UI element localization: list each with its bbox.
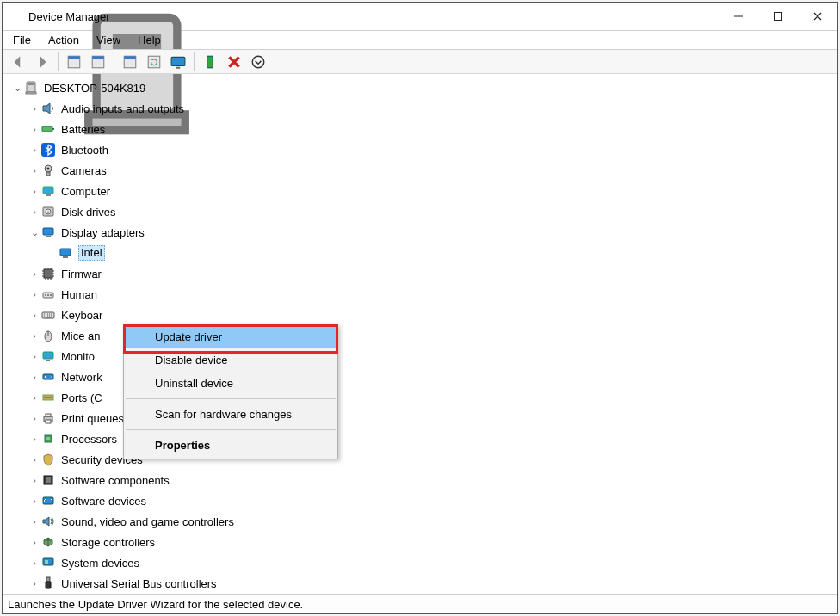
category-label: Disk drives [61, 206, 116, 219]
toolbar-separator [194, 52, 195, 71]
tree-category-row[interactable]: ›Universal Serial Bus controllers [8, 573, 832, 594]
category-label: Sound, video and game controllers [61, 515, 234, 528]
close-button[interactable] [798, 3, 837, 30]
tree-category-row[interactable]: ›Keyboar [8, 305, 832, 325]
expand-arrow-icon[interactable]: › [28, 103, 40, 114]
mouse-icon [40, 328, 56, 343]
expand-arrow-icon[interactable]: › [28, 268, 40, 279]
statusbar: Launches the Update Driver Wizard for th… [3, 594, 837, 613]
toolbar-forward-button[interactable] [30, 52, 54, 72]
expand-arrow-icon[interactable]: › [28, 310, 40, 320]
expand-arrow-icon[interactable]: › [28, 165, 40, 176]
device-tree[interactable]: ⌄ DESKTOP-504K819 ›Audio inputs and outp… [3, 74, 837, 594]
toolbar-action-button[interactable] [142, 52, 166, 72]
softdev-icon [40, 493, 56, 508]
menu-action[interactable]: Action [41, 32, 86, 48]
camera-icon [40, 163, 56, 178]
context-menu-properties[interactable]: Properties [124, 434, 337, 457]
titlebar: Device Manager [3, 3, 837, 31]
toolbar-update-driver-button[interactable] [198, 52, 222, 72]
toolbar-disable-button[interactable] [246, 52, 270, 72]
expand-arrow-icon[interactable]: › [28, 330, 40, 341]
category-label: Processors [61, 433, 117, 446]
expand-arrow-icon[interactable]: › [28, 557, 40, 568]
menu-file[interactable]: File [6, 32, 38, 48]
expand-arrow-icon[interactable]: ⌄ [11, 83, 23, 94]
expand-arrow-icon[interactable]: › [28, 392, 40, 403]
computer-icon [40, 183, 56, 199]
usb-icon [40, 576, 56, 591]
context-menu: Update driver Disable device Uninstall d… [123, 324, 338, 459]
tree-category-row[interactable]: ›Software devices [8, 490, 832, 511]
toolbar-help-button[interactable] [118, 52, 142, 72]
expand-arrow-icon[interactable]: › [28, 351, 40, 361]
expand-arrow-icon[interactable]: › [28, 206, 40, 217]
network-icon [40, 369, 56, 385]
category-label: Keyboar [61, 309, 102, 322]
tree-device-row[interactable]: ›Intel [8, 243, 832, 263]
expand-arrow-icon[interactable]: › [28, 496, 40, 506]
tree-category-row[interactable]: ›Batteries [8, 119, 832, 139]
toolbar-uninstall-button[interactable] [222, 52, 246, 72]
toolbar-scan-button[interactable] [166, 52, 190, 72]
uninstall-icon [226, 54, 242, 70]
category-label: Human [61, 288, 97, 301]
category-label: Software devices [61, 495, 146, 508]
context-menu-disable-device[interactable]: Disable device [124, 348, 337, 372]
battery-icon [40, 121, 56, 137]
toolbar [3, 50, 837, 74]
expand-arrow-icon[interactable]: › [28, 578, 40, 588]
tree-category-row[interactable]: ›Software components [8, 470, 832, 490]
expand-arrow-icon[interactable]: › [28, 145, 40, 155]
toolbar-properties-button[interactable] [86, 52, 110, 72]
context-menu-update-driver[interactable]: Update driver [124, 325, 337, 348]
context-menu-scan[interactable]: Scan for hardware changes [124, 403, 337, 426]
help-pane-icon [122, 54, 138, 70]
speaker-icon [40, 101, 56, 116]
toolbar-separator [58, 52, 59, 71]
expand-arrow-icon[interactable]: › [28, 454, 40, 465]
tree-category-row[interactable]: ›Storage controllers [8, 532, 832, 552]
tree-category-row[interactable]: ›Firmwar [8, 263, 832, 284]
disable-icon [250, 54, 266, 70]
display-icon [40, 225, 56, 240]
expand-arrow-icon[interactable]: › [28, 434, 40, 444]
cpu-icon [40, 431, 56, 447]
tree-category-row[interactable]: ›Bluetooth [8, 139, 832, 160]
tree-category-row[interactable]: ›Human [8, 284, 832, 305]
minimize-button[interactable] [719, 3, 758, 30]
expand-arrow-icon[interactable]: › [28, 537, 40, 547]
toolbar-show-hide-tree-button[interactable] [62, 52, 86, 72]
tree-category-row[interactable]: ⌄Display adapters [8, 222, 832, 243]
expand-arrow-icon[interactable]: › [28, 289, 40, 299]
context-menu-uninstall-device[interactable]: Uninstall device [124, 372, 337, 395]
menu-view[interactable]: View [90, 32, 127, 48]
category-label: Software components [61, 474, 170, 487]
display-icon [58, 245, 73, 261]
category-label: Firmwar [61, 268, 102, 280]
sound-icon [40, 514, 56, 529]
tree-category-row[interactable]: ›Cameras [8, 160, 832, 181]
tree-category-row[interactable]: ›Computer [8, 181, 832, 201]
expand-arrow-icon[interactable]: › [28, 516, 40, 527]
expand-arrow-icon[interactable]: › [28, 186, 40, 196]
expand-arrow-icon[interactable]: › [28, 475, 40, 485]
tree-category-row[interactable]: ›Audio inputs and outputs [8, 98, 832, 119]
window-title: Device Manager [28, 10, 719, 23]
toolbar-back-button[interactable] [6, 52, 30, 72]
tree-root-row[interactable]: ⌄ DESKTOP-504K819 [8, 77, 832, 98]
expand-arrow-icon[interactable]: › [28, 372, 40, 382]
tree-category-row[interactable]: ›System devices [8, 552, 832, 573]
expand-arrow-icon[interactable]: › [28, 413, 40, 423]
arrow-left-icon [10, 54, 26, 70]
tree-category-row[interactable]: ›Sound, video and game controllers [8, 511, 832, 532]
tree-category-row[interactable]: ›Disk drives [8, 201, 832, 222]
port-icon [40, 390, 56, 405]
menu-help[interactable]: Help [131, 32, 168, 48]
maximize-button[interactable] [758, 3, 798, 30]
expand-arrow-icon[interactable]: ⌄ [28, 227, 40, 238]
bluetooth-icon [40, 142, 56, 157]
category-label: Batteries [61, 123, 105, 136]
svg-rect-52 [775, 13, 782, 21]
expand-arrow-icon[interactable]: › [28, 124, 40, 134]
